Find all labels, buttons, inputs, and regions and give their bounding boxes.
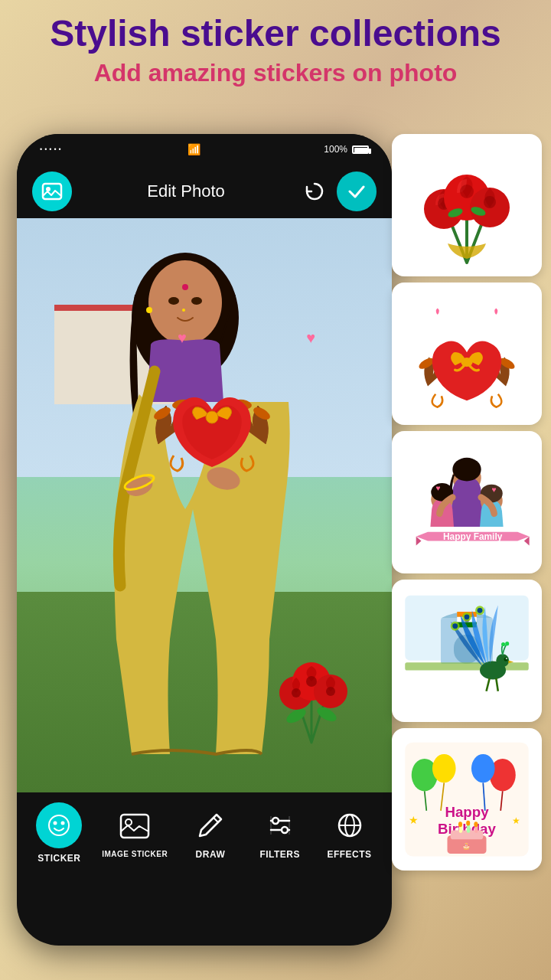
svg-text:🎂: 🎂 <box>463 842 471 851</box>
svg-text:★: ★ <box>409 815 419 826</box>
rose-bouquet-placed[interactable] <box>254 624 369 746</box>
svg-point-5 <box>168 297 179 305</box>
draw-icon <box>195 810 226 841</box>
toolbar-draw[interactable]: DRAW <box>184 806 237 860</box>
svg-point-16 <box>206 411 218 423</box>
svg-point-6 <box>191 297 202 305</box>
effects-label: EFFECTS <box>327 849 371 860</box>
svg-point-81 <box>478 608 483 613</box>
sticker-panel: Happy Family ♥ ♥ <box>392 134 545 871</box>
svg-point-22 <box>292 688 301 697</box>
refresh-button[interactable] <box>300 177 329 206</box>
svg-text:♥: ♥ <box>435 484 440 492</box>
svg-point-23 <box>306 676 317 687</box>
effects-icon <box>334 810 365 841</box>
svg-point-7 <box>182 309 185 312</box>
svg-point-54 <box>452 458 481 482</box>
signal-dots: ••••• <box>40 145 64 153</box>
image-sticker-label: IMAGE STICKER <box>102 850 168 859</box>
toolbar-filters[interactable]: FILTERS <box>253 806 307 860</box>
effects-icon-wrap <box>331 806 369 844</box>
battery-icon <box>352 145 369 154</box>
draw-icon-wrap <box>191 806 230 844</box>
svg-point-91 <box>471 754 495 782</box>
svg-text:Happy Family: Happy Family <box>443 531 503 542</box>
svg-point-104 <box>474 822 478 827</box>
phone-mockup: ••••• 📶 100% Edit Photo <box>17 134 392 946</box>
photo-canvas[interactable]: ♥ ♥ <box>17 218 392 792</box>
svg-line-82 <box>487 678 490 691</box>
sticker-peacock[interactable] <box>392 580 542 722</box>
headline: Stylish sticker collections <box>0 14 551 54</box>
svg-line-83 <box>496 678 498 691</box>
svg-point-87 <box>432 754 456 782</box>
svg-rect-0 <box>43 184 61 199</box>
sticker-happy-birthday[interactable]: ★ ★ Happy Birthday 🎂 <box>392 728 542 871</box>
svg-rect-98 <box>451 830 484 839</box>
sticker-label: STICKER <box>37 853 80 864</box>
svg-point-103 <box>466 821 470 826</box>
wifi-icon: 📶 <box>187 143 201 155</box>
battery-area: 100% <box>324 144 369 155</box>
svg-point-45 <box>484 196 496 208</box>
svg-point-75 <box>506 658 507 659</box>
status-bar: ••••• 📶 100% <box>17 134 392 165</box>
heart-bow-svg <box>135 337 289 482</box>
svg-point-34 <box>282 827 288 833</box>
sticker-roses[interactable] <box>392 134 542 276</box>
happy-family-svg: Happy Family ♥ ♥ <box>402 441 532 564</box>
heart-bow-card-svg <box>402 292 532 415</box>
app-header: Stylish sticker collections Add amazing … <box>0 14 551 87</box>
svg-text:★: ★ <box>513 815 521 826</box>
small-heart-2: ♥ <box>306 329 315 347</box>
svg-point-102 <box>458 822 462 827</box>
svg-point-43 <box>460 185 474 198</box>
svg-rect-69 <box>405 662 529 670</box>
heart-bow-sticker-placed[interactable] <box>135 337 289 482</box>
draw-label: DRAW <box>196 849 226 860</box>
filters-label: FILTERS <box>259 849 300 860</box>
toolbar-effects[interactable]: EFFECTS <box>323 806 377 860</box>
svg-point-77 <box>452 623 458 629</box>
svg-point-73 <box>505 642 509 645</box>
svg-point-24 <box>326 687 335 696</box>
sticker-heart-bow[interactable] <box>392 283 542 425</box>
svg-point-25 <box>49 815 69 835</box>
svg-rect-28 <box>121 815 148 838</box>
image-sticker-icon <box>119 810 151 842</box>
rose-svg-placed <box>254 624 369 746</box>
refresh-icon <box>304 181 325 202</box>
checkmark-icon <box>346 181 367 202</box>
svg-point-29 <box>126 819 132 825</box>
filters-icon <box>265 810 295 841</box>
subheadline: Add amazing stickers on photo <box>0 59 551 87</box>
toolbar-image-sticker[interactable]: IMAGE STICKER <box>102 807 168 859</box>
image-sticker-icon-wrap <box>116 807 154 845</box>
page-title: Edit Photo <box>147 181 225 201</box>
svg-point-74 <box>504 658 507 662</box>
toolbar-sticker[interactable]: STICKER <box>32 802 86 864</box>
svg-line-30 <box>214 818 218 822</box>
sticker-icon <box>47 813 71 838</box>
top-bar: Edit Photo <box>17 165 392 218</box>
confirm-button[interactable] <box>337 172 377 211</box>
filters-icon-wrap <box>261 806 299 844</box>
svg-point-8 <box>146 307 152 313</box>
svg-point-26 <box>54 821 57 825</box>
svg-text:♥: ♥ <box>491 485 496 494</box>
svg-point-27 <box>61 821 65 825</box>
sticker-icon-bg <box>36 802 82 848</box>
battery-percent: 100% <box>324 144 347 155</box>
happy-birthday-svg: ★ ★ Happy Birthday 🎂 <box>402 738 532 861</box>
sticker-happy-family[interactable]: Happy Family ♥ ♥ <box>392 431 542 573</box>
roses-sticker-svg <box>402 144 532 266</box>
svg-text:Happy: Happy <box>445 804 489 820</box>
bottom-toolbar: STICKER IMAGE STICKER DRAW <box>17 792 392 873</box>
photo-edit-button[interactable] <box>32 172 72 211</box>
svg-point-79 <box>465 614 470 619</box>
peacock-svg <box>402 590 532 712</box>
svg-point-1 <box>46 187 51 191</box>
svg-point-72 <box>501 642 505 646</box>
svg-point-32 <box>272 818 279 824</box>
photo-edit-icon <box>41 181 63 202</box>
